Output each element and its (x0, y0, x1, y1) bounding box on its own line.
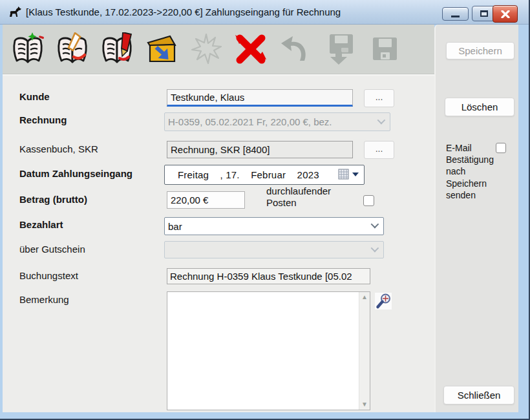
maximize-icon (480, 10, 488, 17)
close-button[interactable] (493, 5, 518, 23)
calendar-arrow-icon (352, 173, 359, 176)
buchungstext-input[interactable] (167, 268, 370, 284)
kassenbuch-label: Kassenbuch, SKR (19, 143, 98, 154)
form-panel: Kunde ... Rechnung H-0359, 05.02.2021 Fr… (3, 74, 434, 412)
app-logo-icon (8, 6, 22, 19)
gutschein-label: über Gutschein (19, 244, 85, 255)
delete-x-icon[interactable] (233, 31, 268, 67)
betrag-label: Betrag (brutto) (19, 194, 87, 205)
scroll-up-icon[interactable]: ▲ (361, 292, 368, 302)
rechnung-label: Rechnung (19, 114, 67, 125)
chevron-down-icon (377, 116, 386, 124)
toolbar (3, 25, 434, 74)
betrag-input[interactable] (167, 191, 245, 209)
scroll-down-icon[interactable]: ▼ (361, 399, 368, 410)
bezahlart-select[interactable]: bar (164, 217, 384, 235)
kunde-label: Kunde (19, 91, 50, 102)
durchlaufender-posten-label: durchlaufender Posten (266, 185, 357, 209)
calendar-dropdown[interactable] (338, 169, 359, 180)
rechnung-select-value: H-0359, 05.02.2021 Fr, 220,00 €, bez. (168, 116, 332, 127)
datum-value: Freitag , 17. Februar 2023 (165, 169, 319, 180)
bemerkung-field: ▲ ▼ (167, 291, 370, 410)
durchlaufender-posten-checkbox[interactable] (363, 195, 374, 206)
minimize-button[interactable] (442, 7, 469, 21)
bemerkung-textarea[interactable] (167, 292, 359, 410)
side-panel: Speichern Löschen E-Mail Bestätigung nac… (434, 25, 518, 412)
kunde-input[interactable] (167, 89, 353, 107)
datum-label: Datum Zahlungseingang (19, 168, 132, 179)
email-confirmation-checkbox[interactable] (496, 143, 506, 153)
calendar-icon (338, 169, 350, 180)
magnifier-zoom-icon[interactable] (375, 293, 392, 310)
datum-field[interactable]: Freitag , 17. Februar 2023 (164, 165, 365, 185)
minimize-icon (451, 16, 460, 17)
loeschen-button[interactable]: Löschen (445, 98, 514, 116)
buchungstext-label: Buchungstext (19, 270, 78, 281)
bezahlart-select-value: bar (168, 221, 182, 232)
kassenbuch-field: Rechnung, SKR [8400] (167, 141, 353, 158)
bemerkung-label: Bemerkung (19, 294, 69, 305)
speichern-button[interactable]: Speichern (446, 42, 514, 59)
titlebar: [Klaus Testkunde, 17.02.2023->220,00 €] … (0, 0, 530, 25)
window-title: [Klaus Testkunde, 17.02.2023->220,00 €] … (26, 0, 341, 25)
save-icon[interactable] (367, 31, 402, 67)
rechnung-select: H-0359, 05.02.2021 Fr, 220,00 €, bez. (164, 112, 390, 131)
email-confirmation-label: E-Mail Bestätigung nach Speichern senden (446, 142, 496, 201)
kunde-browse-button[interactable]: ... (364, 89, 394, 107)
new-star-icon[interactable] (189, 31, 224, 67)
bemerkung-scrollbar[interactable]: ▲ ▼ (359, 292, 370, 410)
gutschein-select (164, 241, 384, 258)
edit-book-red-pencil-icon[interactable] (100, 31, 134, 67)
import-note-icon[interactable] (144, 31, 179, 67)
close-icon (501, 10, 510, 18)
undo-icon[interactable] (278, 31, 313, 67)
chevron-down-icon (371, 244, 379, 252)
bezahlart-label: Bezahlart (19, 219, 63, 230)
chevron-down-icon (371, 220, 379, 229)
edit-book-pencil-icon[interactable] (55, 31, 90, 67)
new-record-book-icon[interactable] (10, 31, 45, 67)
schliessen-button[interactable]: Schließen (443, 386, 514, 404)
kassenbuch-browse-button[interactable]: ... (364, 141, 394, 159)
save-export-icon[interactable] (323, 31, 357, 67)
